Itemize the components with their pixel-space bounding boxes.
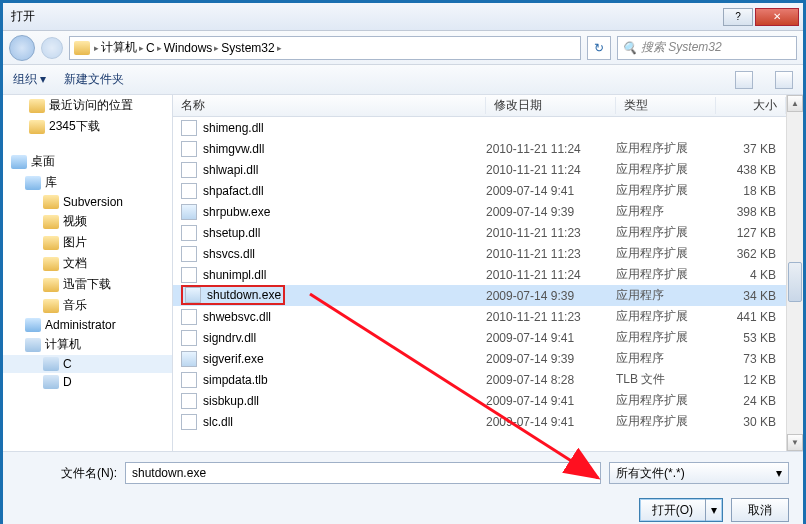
tree-lib-item[interactable]: 文档	[3, 253, 172, 274]
tree-desktop[interactable]: 桌面	[31, 153, 55, 170]
tree-lib-item[interactable]: Subversion	[3, 193, 172, 211]
folder-icon	[29, 120, 45, 134]
file-icon	[181, 120, 197, 136]
file-row[interactable]: shsvcs.dll2010-11-21 11:23应用程序扩展362 KB	[173, 243, 786, 264]
file-row[interactable]: sisbkup.dll2009-07-14 9:41应用程序扩展24 KB	[173, 390, 786, 411]
file-icon	[181, 141, 197, 157]
file-row[interactable]: shwebsvc.dll2010-11-21 11:23应用程序扩展441 KB	[173, 306, 786, 327]
file-icon	[181, 246, 197, 262]
scrollbar[interactable]: ▲ ▼	[786, 95, 803, 451]
refresh-button[interactable]: ↻	[587, 36, 611, 60]
view-options-button[interactable]	[735, 71, 753, 89]
file-icon	[181, 351, 197, 367]
file-row[interactable]: simpdata.tlb2009-07-14 8:28TLB 文件12 KB	[173, 369, 786, 390]
tree-recent[interactable]: 最近访问的位置	[49, 97, 133, 114]
file-row[interactable]: sigverif.exe2009-07-14 9:39应用程序73 KB	[173, 348, 786, 369]
tree-drive-c[interactable]: C	[63, 357, 72, 371]
col-size[interactable]: 大小	[716, 97, 786, 114]
folder-icon	[43, 215, 59, 229]
file-row[interactable]: shutdown.exe2009-07-14 9:39应用程序34 KB	[173, 285, 786, 306]
file-icon	[181, 183, 197, 199]
tree-lib-item[interactable]: 视频	[3, 211, 172, 232]
tree-lib-item[interactable]: 迅雷下载	[3, 274, 172, 295]
open-button-label: 打开(O)	[640, 499, 706, 521]
file-row[interactable]: shimgvw.dll2010-11-21 11:24应用程序扩展37 KB	[173, 138, 786, 159]
tree-lib-item[interactable]: 图片	[3, 232, 172, 253]
chevron-down-icon: ▾	[776, 466, 782, 480]
file-row[interactable]: shrpubw.exe2009-07-14 9:39应用程序398 KB	[173, 201, 786, 222]
folder-icon	[74, 41, 90, 55]
filetype-filter[interactable]: 所有文件(*.*) ▾	[609, 462, 789, 484]
file-icon	[181, 330, 197, 346]
file-icon	[181, 162, 197, 178]
file-row[interactable]: shlwapi.dll2010-11-21 11:24应用程序扩展438 KB	[173, 159, 786, 180]
folder-icon	[43, 195, 59, 209]
tree-lib-item[interactable]: 音乐	[3, 295, 172, 316]
filter-label: 所有文件(*.*)	[616, 465, 685, 482]
folder-icon	[43, 236, 59, 250]
file-row[interactable]: shsetup.dll2010-11-21 11:23应用程序扩展127 KB	[173, 222, 786, 243]
file-row[interactable]: slc.dll2009-07-14 9:41应用程序扩展30 KB	[173, 411, 786, 432]
tree-computer[interactable]: 计算机	[45, 336, 81, 353]
help-icon-button[interactable]	[775, 71, 793, 89]
open-button[interactable]: 打开(O) ▾	[639, 498, 723, 522]
search-icon: 🔍	[622, 41, 637, 55]
tree-drive-d[interactable]: D	[63, 375, 72, 389]
crumb-computer[interactable]: 计算机	[101, 39, 137, 56]
col-name[interactable]: 名称	[173, 97, 486, 114]
tree-libraries[interactable]: 库	[45, 174, 57, 191]
file-icon	[185, 287, 201, 303]
col-date[interactable]: 修改日期	[486, 97, 616, 114]
nav-forward-button[interactable]	[41, 37, 63, 59]
file-row[interactable]: signdrv.dll2009-07-14 9:41应用程序扩展53 KB	[173, 327, 786, 348]
nav-tree[interactable]: 最近访问的位置 2345下载 桌面 库 Subversion视频图片文档迅雷下载…	[3, 95, 173, 451]
drive-icon	[43, 375, 59, 389]
folder-icon	[29, 99, 45, 113]
computer-icon	[25, 338, 41, 352]
scroll-up-button[interactable]: ▲	[787, 95, 803, 112]
tree-admin[interactable]: Administrator	[45, 318, 116, 332]
file-icon	[181, 204, 197, 220]
file-icon	[181, 372, 197, 388]
folder-icon	[43, 257, 59, 271]
desktop-icon	[11, 155, 27, 169]
crumb-system32[interactable]: System32	[221, 41, 274, 55]
file-icon	[181, 393, 197, 409]
col-type[interactable]: 类型	[616, 97, 716, 114]
user-icon	[25, 318, 41, 332]
filename-label: 文件名(N):	[17, 465, 117, 482]
file-icon	[181, 309, 197, 325]
breadcrumb[interactable]: ▸ 计算机 ▸ C ▸ Windows ▸ System32 ▸	[69, 36, 581, 60]
help-button[interactable]: ?	[723, 8, 753, 26]
scroll-down-button[interactable]: ▼	[787, 434, 803, 451]
file-row[interactable]: shimeng.dll	[173, 117, 786, 138]
tree-2345[interactable]: 2345下载	[49, 118, 100, 135]
close-button[interactable]: ✕	[755, 8, 799, 26]
search-input[interactable]: 🔍 搜索 System32	[617, 36, 797, 60]
scroll-thumb[interactable]	[788, 262, 802, 302]
filename-input[interactable]	[125, 462, 601, 484]
crumb-windows[interactable]: Windows	[164, 41, 213, 55]
file-icon	[181, 225, 197, 241]
folder-icon	[43, 278, 59, 292]
open-dropdown[interactable]: ▾	[706, 503, 722, 517]
crumb-c[interactable]: C	[146, 41, 155, 55]
file-icon	[181, 267, 197, 283]
cancel-button[interactable]: 取消	[731, 498, 789, 522]
organize-menu[interactable]: 组织 ▾	[13, 71, 46, 88]
folder-icon	[43, 299, 59, 313]
drive-icon	[43, 357, 59, 371]
new-folder-button[interactable]: 新建文件夹	[64, 71, 124, 88]
file-icon	[181, 414, 197, 430]
library-icon	[25, 176, 41, 190]
window-title: 打开	[7, 8, 721, 25]
file-row[interactable]: shunimpl.dll2010-11-21 11:24应用程序扩展4 KB	[173, 264, 786, 285]
search-placeholder: 搜索 System32	[641, 39, 722, 56]
nav-back-button[interactable]	[9, 35, 35, 61]
file-row[interactable]: shpafact.dll2009-07-14 9:41应用程序扩展18 KB	[173, 180, 786, 201]
